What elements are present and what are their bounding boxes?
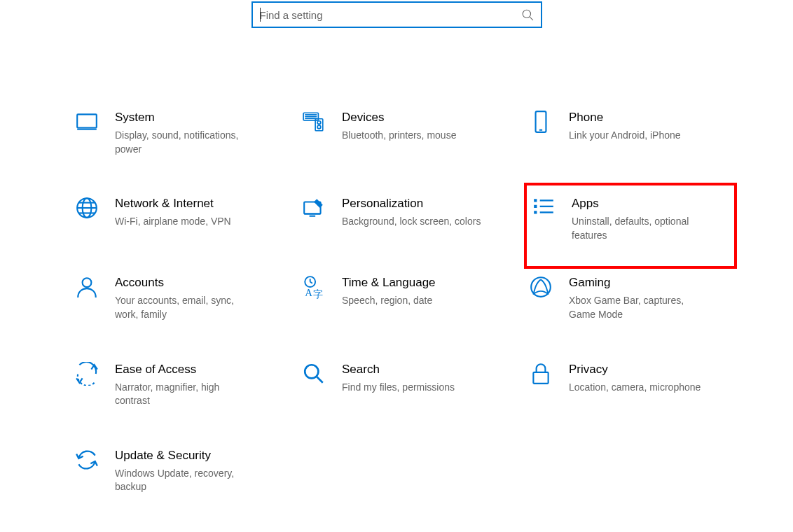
tile-title: Gaming bbox=[569, 276, 733, 290]
tile-phone[interactable]: Phone Link your Android, iPhone bbox=[524, 104, 737, 162]
tile-desc: Location, camera, microphone bbox=[569, 381, 709, 395]
svg-line-34 bbox=[317, 377, 323, 383]
search-input[interactable] bbox=[260, 9, 521, 21]
tile-search[interactable]: Search Find my files, permissions bbox=[297, 356, 510, 414]
time-language-icon: A 字 bbox=[301, 274, 326, 300]
svg-line-1 bbox=[530, 17, 533, 20]
tile-title: Privacy bbox=[569, 363, 733, 377]
privacy-icon bbox=[528, 361, 553, 386]
svg-point-9 bbox=[317, 121, 321, 125]
svg-text:A: A bbox=[305, 287, 312, 298]
globe-icon bbox=[74, 195, 99, 220]
search-icon[interactable] bbox=[521, 8, 534, 21]
tile-title: Network & Internet bbox=[115, 197, 279, 211]
tile-title: Personalization bbox=[342, 197, 506, 211]
system-icon bbox=[74, 109, 99, 134]
svg-rect-22 bbox=[534, 205, 537, 208]
phone-icon bbox=[528, 109, 553, 134]
tile-accounts[interactable]: Accounts Your accounts, email, sync, wor… bbox=[70, 269, 283, 327]
tile-ease-of-access[interactable]: Ease of Access Narrator, magnifier, high… bbox=[70, 356, 283, 414]
tile-title: System bbox=[115, 111, 279, 125]
tile-desc: Your accounts, email, sync, work, family bbox=[115, 294, 255, 321]
tile-desc: Speech, region, date bbox=[342, 294, 482, 308]
tile-title: Time & Language bbox=[342, 276, 506, 290]
svg-text:字: 字 bbox=[313, 289, 323, 299]
apps-icon bbox=[531, 195, 556, 220]
tile-gaming[interactable]: Gaming Xbox Game Bar, captures, Game Mod… bbox=[524, 269, 737, 327]
tile-title: Update & Security bbox=[115, 449, 279, 463]
tile-title: Accounts bbox=[115, 276, 279, 290]
tile-desc: Find my files, permissions bbox=[342, 381, 482, 395]
svg-rect-35 bbox=[533, 372, 548, 383]
svg-point-26 bbox=[83, 279, 92, 288]
gaming-icon bbox=[528, 274, 553, 300]
personalization-icon bbox=[301, 195, 326, 220]
svg-rect-11 bbox=[536, 111, 546, 132]
tile-personalization[interactable]: Personalization Background, lock screen,… bbox=[297, 190, 510, 241]
search-box[interactable] bbox=[251, 1, 542, 28]
update-icon bbox=[74, 447, 99, 472]
settings-grid: System Display, sound, notifications, po… bbox=[0, 28, 793, 500]
tile-network[interactable]: Network & Internet Wi-Fi, airplane mode,… bbox=[70, 190, 283, 241]
tile-privacy[interactable]: Privacy Location, camera, microphone bbox=[524, 356, 737, 414]
tile-title: Phone bbox=[569, 111, 733, 125]
svg-point-10 bbox=[317, 125, 321, 129]
tile-time-language[interactable]: A 字 Time & Language Speech, region, date bbox=[297, 269, 510, 327]
tile-desc: Narrator, magnifier, high contrast bbox=[115, 381, 255, 408]
tile-apps[interactable]: Apps Uninstall, defaults, optional featu… bbox=[524, 183, 737, 269]
tile-desc: Link your Android, iPhone bbox=[569, 129, 709, 143]
svg-rect-24 bbox=[534, 211, 537, 214]
search-tile-icon bbox=[301, 361, 326, 386]
svg-line-29 bbox=[310, 282, 312, 284]
tile-devices[interactable]: Devices Bluetooth, printers, mouse bbox=[297, 104, 510, 162]
accounts-icon bbox=[74, 274, 99, 300]
svg-rect-2 bbox=[77, 114, 97, 127]
tile-title: Search bbox=[342, 363, 506, 377]
text-cursor bbox=[260, 8, 261, 22]
svg-point-33 bbox=[305, 365, 318, 378]
ease-of-access-icon bbox=[74, 361, 99, 386]
tile-desc: Background, lock screen, colors bbox=[342, 215, 482, 229]
tile-desc: Wi-Fi, airplane mode, VPN bbox=[115, 215, 255, 229]
svg-point-0 bbox=[523, 10, 530, 18]
tile-update-security[interactable]: Update & Security Windows Update, recove… bbox=[70, 442, 283, 500]
svg-rect-20 bbox=[534, 199, 537, 202]
tile-title: Apps bbox=[572, 197, 730, 211]
tile-title: Devices bbox=[342, 111, 506, 125]
tile-desc: Windows Update, recovery, backup bbox=[115, 467, 255, 494]
tile-desc: Uninstall, defaults, optional features bbox=[572, 215, 712, 242]
tile-desc: Xbox Game Bar, captures, Game Mode bbox=[569, 294, 709, 321]
tile-desc: Bluetooth, printers, mouse bbox=[342, 129, 482, 143]
tile-desc: Display, sound, notifications, power bbox=[115, 129, 255, 156]
devices-icon bbox=[301, 109, 326, 134]
tile-title: Ease of Access bbox=[115, 363, 279, 377]
tile-system[interactable]: System Display, sound, notifications, po… bbox=[70, 104, 283, 162]
